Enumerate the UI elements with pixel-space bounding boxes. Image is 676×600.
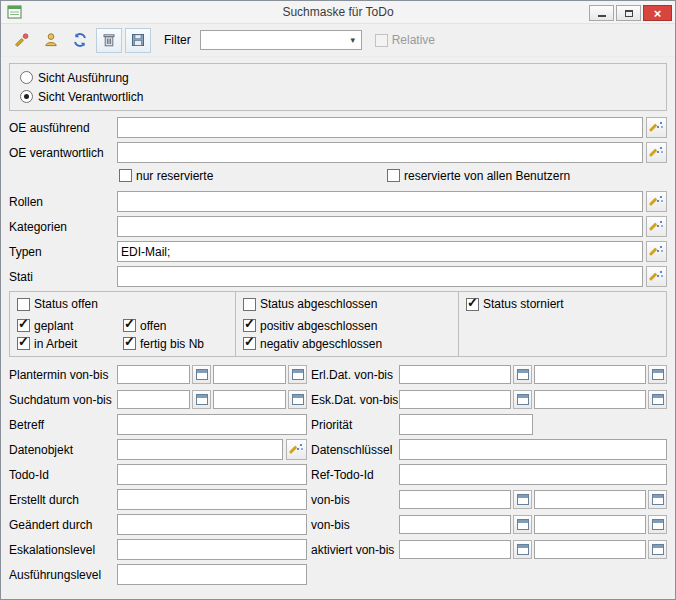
eskalationslevel-input[interactable] — [117, 539, 307, 560]
stati-lookup-button[interactable] — [646, 266, 667, 287]
calendar-icon — [517, 544, 529, 555]
maximize-button[interactable] — [616, 5, 641, 21]
offen-checkbox[interactable]: offen — [123, 319, 228, 333]
calendar-icon — [292, 394, 304, 405]
geaendert-durch-input[interactable] — [117, 514, 307, 535]
delete-button[interactable] — [96, 28, 122, 53]
reservierte-alle-checkbox[interactable]: reservierte von allen Benutzern — [387, 169, 570, 183]
aktiviert-von-input[interactable] — [399, 540, 511, 559]
esk-dat-bis-calendar-button[interactable] — [648, 390, 667, 409]
erstellt-durch-label: Erstellt durch — [9, 493, 117, 507]
erstellt-von-calendar-button[interactable] — [513, 490, 532, 509]
prioritaet-input[interactable] — [399, 414, 533, 435]
erl-dat-bis-calendar-button[interactable] — [648, 365, 667, 384]
oe-ausfuehrend-input[interactable] — [117, 117, 643, 138]
erstellt-bis-calendar-button[interactable] — [648, 490, 667, 509]
datenschluessel-input[interactable] — [399, 439, 667, 460]
todo-id-input[interactable] — [117, 464, 307, 485]
oe-verantwortlich-lookup-button[interactable] — [646, 142, 667, 163]
geaendert-von-calendar-button[interactable] — [513, 515, 532, 534]
row-geaendert-durch: Geändert durch von-bis — [9, 514, 667, 535]
kategorien-input[interactable] — [117, 216, 643, 237]
rollen-lookup-button[interactable] — [646, 191, 667, 212]
geaendert-von-input[interactable] — [399, 515, 511, 534]
stati-input[interactable] — [117, 266, 643, 287]
geaendert-durch-fields — [117, 514, 307, 535]
nur-reservierte-checkbox[interactable]: nur reservierte — [119, 169, 387, 183]
ausfuehrungslevel-input[interactable] — [117, 564, 307, 585]
aktiviert-bis-input[interactable] — [534, 540, 646, 559]
esk-dat-bis-input[interactable] — [534, 390, 646, 409]
status-offen-checkbox[interactable]: Status offen — [17, 297, 98, 311]
esk-dat-von-input[interactable] — [399, 390, 511, 409]
datenobjekt-lookup-button[interactable] — [286, 439, 307, 460]
aktiviert-von-calendar-button[interactable] — [513, 540, 532, 559]
typen-lookup-button[interactable] — [646, 241, 667, 262]
erstellt-von-input[interactable] — [399, 490, 511, 509]
edit-wand-button[interactable] — [9, 28, 35, 53]
calendar-icon — [517, 394, 529, 405]
user-button[interactable] — [38, 28, 64, 53]
betreff-input[interactable] — [117, 414, 307, 435]
filter-combobox[interactable]: ▾ — [200, 30, 362, 50]
erl-dat-bis-input[interactable] — [534, 365, 646, 384]
in-arbeit-checkbox[interactable]: in Arbeit — [17, 337, 123, 351]
eskalationslevel-fields — [117, 539, 307, 560]
betreff-fields — [117, 414, 307, 435]
checkbox-label: offen — [140, 319, 166, 333]
kategorien-lookup-button[interactable] — [646, 216, 667, 237]
wand-icon — [650, 146, 663, 159]
positiv-abgeschlossen-checkbox[interactable]: positiv abgeschlossen — [243, 319, 451, 333]
suchdatum-bis-input[interactable] — [213, 390, 286, 409]
row-typen: Typen — [9, 241, 667, 262]
status-abgeschlossen-checkbox[interactable]: Status abgeschlossen — [243, 297, 377, 311]
suchdatum-fields — [117, 390, 307, 409]
toolbar: Filter ▾ Relative — [1, 24, 675, 57]
checkbox-label: positiv abgeschlossen — [260, 319, 377, 333]
typen-input[interactable] — [117, 241, 643, 262]
rollen-input[interactable] — [117, 191, 643, 212]
geaendert-bis-input[interactable] — [534, 515, 646, 534]
radio-sicht-verantwortlich[interactable]: Sicht Verantwortlich — [20, 87, 656, 106]
save-button[interactable] — [125, 28, 151, 53]
geaendert-bis-calendar-button[interactable] — [648, 515, 667, 534]
aktiviert-datepair — [399, 540, 667, 559]
todo-id-fields — [117, 464, 307, 485]
plantermin-bis-calendar-button[interactable] — [288, 365, 307, 384]
calendar-icon — [652, 394, 664, 405]
plantermin-von-calendar-button[interactable] — [192, 365, 211, 384]
aktiviert-bis-calendar-button[interactable] — [648, 540, 667, 559]
datenobjekt-fields — [117, 439, 307, 460]
wand-icon — [650, 220, 663, 233]
oe-ausfuehrend-lookup-button[interactable] — [646, 117, 667, 138]
ref-todo-id-input[interactable] — [399, 464, 667, 485]
erl-dat-von-calendar-button[interactable] — [513, 365, 532, 384]
radio-sicht-ausfuehrung[interactable]: Sicht Ausführung — [20, 68, 656, 87]
calendar-icon — [652, 494, 664, 505]
status-storniert-group: Status storniert — [458, 291, 667, 357]
oe-verantwortlich-input[interactable] — [117, 142, 643, 163]
checkbox-label: in Arbeit — [34, 337, 77, 351]
geplant-checkbox[interactable]: geplant — [17, 319, 123, 333]
plantermin-bis-input[interactable] — [213, 365, 286, 384]
wand-icon — [650, 195, 663, 208]
todo-id-label: Todo-Id — [9, 468, 117, 482]
datenschluessel-label: Datenschlüssel — [307, 443, 399, 457]
aktiviert-vonbis-label: aktiviert von-bis — [307, 543, 399, 557]
fertig-bis-nb-checkbox[interactable]: fertig bis Nb — [123, 337, 228, 351]
close-button[interactable]: × — [643, 5, 672, 21]
suchdatum-von-input[interactable] — [117, 390, 190, 409]
erl-dat-von-input[interactable] — [399, 365, 511, 384]
esk-dat-von-calendar-button[interactable] — [513, 390, 532, 409]
erstellt-durch-input[interactable] — [117, 489, 307, 510]
negativ-abgeschlossen-checkbox[interactable]: negativ abgeschlossen — [243, 337, 451, 351]
suchdatum-von-calendar-button[interactable] — [192, 390, 211, 409]
minimize-button[interactable] — [589, 5, 614, 21]
suchdatum-datepair — [117, 390, 307, 409]
plantermin-von-input[interactable] — [117, 365, 190, 384]
status-storniert-checkbox[interactable]: Status storniert — [466, 297, 564, 311]
erstellt-bis-input[interactable] — [534, 490, 646, 509]
refresh-button[interactable] — [67, 28, 93, 53]
datenobjekt-input[interactable] — [117, 439, 283, 460]
suchdatum-bis-calendar-button[interactable] — [288, 390, 307, 409]
